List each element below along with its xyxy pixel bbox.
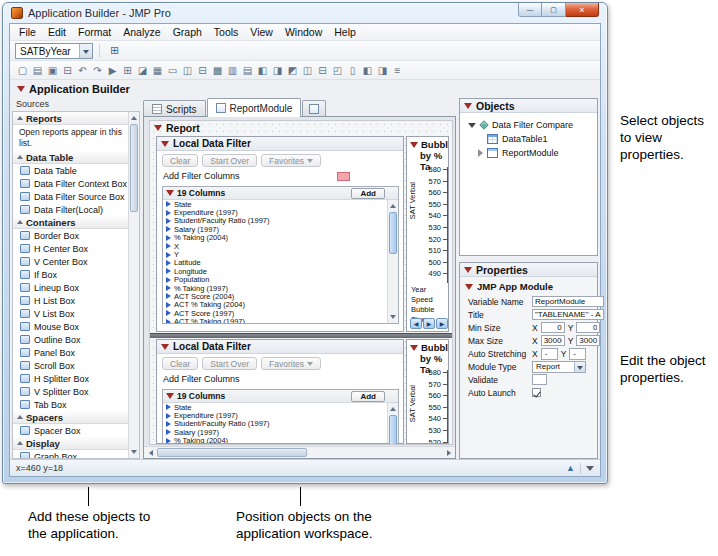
scrollbar-thumb[interactable]	[157, 448, 307, 457]
close-button[interactable]: ×	[566, 3, 599, 17]
scroll-up-icon[interactable]	[388, 403, 398, 414]
section-header-containers[interactable]: Containers	[13, 216, 128, 229]
disclosure-icon[interactable]	[166, 393, 174, 399]
filter-outline-header[interactable]: Local Data Filter	[157, 137, 403, 151]
tab-box-icon[interactable]: ◰	[330, 63, 345, 78]
source-item[interactable]: H Center Box	[13, 242, 128, 255]
source-item[interactable]: Tab Box	[13, 398, 128, 411]
columns-scrollbar[interactable]	[387, 200, 398, 323]
scroll-down-icon[interactable]	[388, 312, 398, 323]
menu-item[interactable]: Window	[279, 25, 328, 39]
open-icon[interactable]: ▤	[30, 63, 45, 78]
grid-icon[interactable]: ▦	[150, 63, 165, 78]
step-back-icon[interactable]: ◀	[410, 318, 422, 329]
min-size-y-input[interactable]	[576, 322, 600, 333]
favorites-button[interactable]: Favorites	[261, 357, 321, 370]
disclosure-icon[interactable]	[161, 344, 169, 350]
menu-item[interactable]: Format	[72, 25, 117, 39]
spacer-icon[interactable]: ▯	[345, 63, 360, 78]
column-item[interactable]: X	[163, 242, 387, 250]
lineup-icon[interactable]: ▩	[210, 63, 225, 78]
scroll-right-icon[interactable]	[443, 447, 455, 458]
column-item[interactable]: % Taking (2004)	[163, 234, 387, 242]
disclosure-icon[interactable]	[464, 103, 472, 109]
scroll-up-icon[interactable]	[388, 200, 398, 211]
source-item[interactable]: Graph Box	[13, 450, 128, 458]
app-builder-outline-header[interactable]: Application Builder	[13, 81, 130, 97]
local-data-filter-1[interactable]: Local Data Filter Clear Start Over Favor…	[156, 136, 404, 332]
source-item[interactable]: Spacer Box	[13, 424, 128, 437]
source-item[interactable]: H Splitter Box	[13, 372, 128, 385]
undo-icon[interactable]: ↶	[75, 63, 90, 78]
sidebar-scrollbar[interactable]	[128, 112, 139, 458]
properties-header[interactable]: Properties	[460, 263, 597, 277]
redo-icon[interactable]: ↷	[90, 63, 105, 78]
disclosure-icon[interactable]	[17, 86, 25, 92]
v-list-icon[interactable]: ▤	[240, 63, 255, 78]
add-button[interactable]: Add	[351, 391, 385, 402]
favorites-button[interactable]: Favorites	[261, 154, 321, 167]
source-item[interactable]: Border Box	[13, 229, 128, 242]
menu-item[interactable]: View	[244, 25, 279, 39]
source-item[interactable]: V Center Box	[13, 255, 128, 268]
section-header-spacers[interactable]: Spacers	[13, 411, 128, 424]
new-icon[interactable]: ▢	[15, 63, 30, 78]
variable-name-input[interactable]	[532, 296, 604, 307]
menu-item[interactable]: Tools	[208, 25, 245, 39]
expand-closed-icon[interactable]	[478, 149, 483, 157]
align-right-icon[interactable]: ◨	[375, 63, 390, 78]
min-size-x-input[interactable]	[541, 322, 565, 333]
tab-reportmodule[interactable]: ReportModule	[207, 98, 302, 117]
source-item[interactable]: Data Table	[13, 164, 128, 177]
clear-button[interactable]: Clear	[162, 154, 198, 167]
columns-scrollbar[interactable]	[387, 403, 398, 443]
source-item[interactable]: V List Box	[13, 307, 128, 320]
jmp-app-module-group-header[interactable]: JMP App Module	[460, 277, 597, 295]
titlebar[interactable]: Application Builder - JMP Pro — ▢ ×	[3, 3, 607, 23]
h-splitter-icon[interactable]: ◫	[300, 63, 315, 78]
data-table-icon[interactable]: ⊞	[120, 63, 135, 78]
data-view-icon[interactable]: ⊞	[106, 43, 123, 59]
tab-module-extra[interactable]	[302, 100, 326, 117]
script-selector-combo[interactable]: SATByYear	[15, 43, 93, 59]
source-item[interactable]: Scroll Box	[13, 359, 128, 372]
text-icon[interactable]: ≡	[390, 63, 405, 78]
source-item[interactable]: Outline Box	[13, 333, 128, 346]
columns-header[interactable]: 19 Columns Add	[163, 187, 398, 200]
run-script-icon[interactable]: ▶	[105, 63, 120, 78]
disclosure-icon[interactable]	[154, 125, 162, 131]
step-forward-icon[interactable]: ▶	[436, 318, 448, 329]
source-item[interactable]: Lineup Box	[13, 281, 128, 294]
columns-header[interactable]: 19 Columns Add	[163, 390, 398, 403]
minimize-button[interactable]: —	[518, 3, 542, 17]
section-header-data-table[interactable]: Data Table	[13, 151, 128, 164]
column-item[interactable]: % Taking (2004)	[163, 437, 387, 443]
report-module-box[interactable]: Report Local Data Filter Clear Start Ove…	[149, 120, 453, 445]
tree-item-reportmodule[interactable]: ReportModule	[460, 146, 597, 160]
scroll-up-icon[interactable]	[129, 112, 139, 123]
workspace-horizontal-scrollbar[interactable]	[144, 446, 455, 458]
filter-outline-header[interactable]: Local Data Filter	[157, 340, 403, 354]
local-data-filter-2[interactable]: Local Data Filter Clear Start Over Favor…	[156, 339, 404, 444]
source-item[interactable]: Data Filter Source Box	[13, 190, 128, 203]
disclosure-icon[interactable]	[465, 284, 473, 290]
up-arrow-icon[interactable]: ▲	[566, 463, 575, 473]
scrollbar-thumb[interactable]	[389, 415, 397, 444]
section-header-reports[interactable]: Reports	[13, 112, 128, 125]
scroll-icon[interactable]: ◩	[285, 63, 300, 78]
play-icon[interactable]: ▶	[423, 318, 435, 329]
auto-stretching-x-select[interactable]: -	[541, 348, 558, 360]
graph-icon[interactable]: ◪	[135, 63, 150, 78]
column-item[interactable]: ACT % Taking (1997)	[163, 317, 387, 323]
menu-item[interactable]: Help	[328, 25, 362, 39]
report-outline-header[interactable]: Report	[150, 121, 452, 135]
chevron-down-icon[interactable]	[79, 44, 92, 58]
source-item[interactable]: Panel Box	[13, 346, 128, 359]
scrollbar-thumb[interactable]	[130, 124, 138, 212]
max-size-y-input[interactable]	[576, 335, 600, 346]
scroll-down-icon[interactable]	[129, 447, 139, 458]
maximize-button[interactable]: ▢	[542, 3, 566, 17]
objects-header[interactable]: Objects	[460, 99, 597, 113]
add-button[interactable]: Add	[351, 188, 385, 199]
source-item[interactable]: Data Filter(Local)	[13, 203, 128, 216]
